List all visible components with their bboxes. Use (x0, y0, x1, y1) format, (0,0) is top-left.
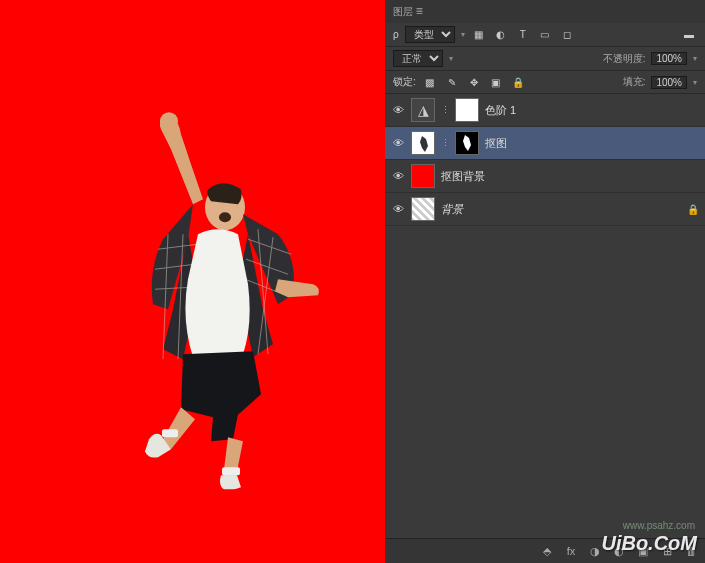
watermark-main: UiBo.CoM (601, 532, 697, 555)
panel-menu-icon[interactable]: ≡ (416, 4, 423, 18)
eye-icon[interactable]: 👁 (391, 136, 405, 150)
link-icon[interactable]: ⋮ (441, 105, 449, 115)
layer-row[interactable]: 👁 ◮ ⋮ 色阶 1 (385, 94, 705, 127)
layer-name[interactable]: 背景 (441, 202, 681, 217)
lock-transparent-icon[interactable]: ▩ (422, 74, 438, 90)
lock-fill-row: 锁定: ▩ ✎ ✥ ▣ 🔒 填充: 100% ▾ (385, 71, 705, 94)
lock-artboard-icon[interactable]: ▣ (488, 74, 504, 90)
layer-mask-thumb[interactable] (455, 131, 479, 155)
layer-mask-thumb[interactable] (455, 98, 479, 122)
canvas-subject-person (63, 109, 323, 493)
layers-panel: 图层 ≡ ρ 类型 ▾ ▦ ◐ T ▭ ◻ ▬ 正常 ▾ 不透明度: 100% … (385, 0, 705, 563)
layer-filter-row: ρ 类型 ▾ ▦ ◐ T ▭ ◻ ▬ (385, 23, 705, 47)
eye-icon[interactable]: 👁 (391, 103, 405, 117)
svg-rect-14 (222, 467, 240, 475)
opacity-value[interactable]: 100% (651, 52, 687, 65)
watermark-sub: www.psahz.com (623, 520, 695, 531)
filter-shape-icon[interactable]: ▭ (537, 27, 553, 43)
svg-point-2 (219, 212, 231, 222)
filter-prefix: ρ (393, 29, 399, 40)
layer-name[interactable]: 色阶 1 (485, 103, 699, 118)
eye-icon[interactable]: 👁 (391, 202, 405, 216)
fx-icon[interactable]: fx (563, 543, 579, 559)
layer-thumb[interactable] (411, 131, 435, 155)
layer-thumb[interactable] (411, 197, 435, 221)
blend-opacity-row: 正常 ▾ 不透明度: 100% ▾ (385, 47, 705, 71)
layers-list: 👁 ◮ ⋮ 色阶 1 👁 ⋮ 抠图 👁 抠图背景 👁 背景 (385, 94, 705, 538)
svg-point-0 (160, 112, 178, 130)
filter-kind-select[interactable]: 类型 (405, 26, 455, 43)
layer-row[interactable]: 👁 抠图背景 (385, 160, 705, 193)
link-icon[interactable]: ⋮ (441, 138, 449, 148)
lock-label: 锁定: (393, 75, 416, 89)
layer-thumb[interactable] (411, 164, 435, 188)
lock-all-icon[interactable]: 🔒 (510, 74, 526, 90)
link-layers-icon[interactable]: ⬘ (539, 543, 555, 559)
filter-text-icon[interactable]: T (515, 27, 531, 43)
chevron-down-icon: ▾ (693, 78, 697, 87)
opacity-label: 不透明度: (603, 52, 646, 66)
eye-icon[interactable]: 👁 (391, 169, 405, 183)
svg-rect-13 (162, 429, 178, 437)
filter-adjust-icon[interactable]: ◐ (493, 27, 509, 43)
filter-pixel-icon[interactable]: ▦ (471, 27, 487, 43)
panel-title: 图层 ≡ (385, 0, 705, 23)
blend-mode-select[interactable]: 正常 (393, 50, 443, 67)
layer-name[interactable]: 抠图背景 (441, 169, 699, 184)
filter-smart-icon[interactable]: ◻ (559, 27, 575, 43)
layer-row[interactable]: 👁 ⋮ 抠图 (385, 127, 705, 160)
chevron-down-icon: ▾ (461, 30, 465, 39)
adjustment-thumb[interactable]: ◮ (411, 98, 435, 122)
fill-value[interactable]: 100% (651, 76, 687, 89)
filter-toggle-icon[interactable]: ▬ (681, 27, 697, 43)
chevron-down-icon: ▾ (693, 54, 697, 63)
lock-icon: 🔒 (687, 204, 699, 215)
canvas[interactable] (0, 0, 385, 563)
chevron-down-icon: ▾ (449, 54, 453, 63)
layer-name[interactable]: 抠图 (485, 136, 699, 151)
layer-row[interactable]: 👁 背景 🔒 (385, 193, 705, 226)
lock-brush-icon[interactable]: ✎ (444, 74, 460, 90)
lock-position-icon[interactable]: ✥ (466, 74, 482, 90)
fill-label: 填充: (623, 75, 646, 89)
